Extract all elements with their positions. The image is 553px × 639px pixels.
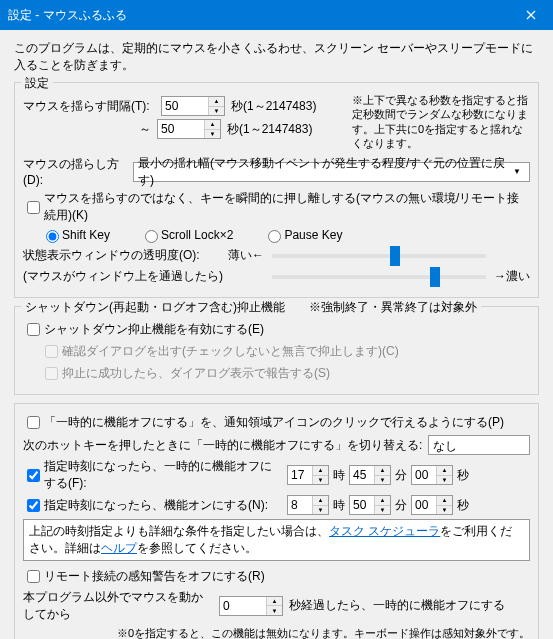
group-shutdown-legend: シャットダウン(再起動・ログオフ含む)抑止機能 ※強制終了・異常終了は対象外 [21, 299, 481, 316]
unit-sec: 秒 [457, 467, 469, 484]
chk-on-at-time[interactable] [27, 499, 40, 512]
interval-unit-2: 秒(1～2147483) [227, 121, 312, 138]
spin-down-icon[interactable]: ▼ [205, 130, 220, 139]
method-combo-text: 最小の揺れ幅(マウス移動イベントが発生する程度/すぐ元の位置に戻す) [138, 155, 509, 189]
group-shutdown: シャットダウン(再起動・ログオフ含む)抑止機能 ※強制終了・異常終了は対象外 シ… [14, 306, 539, 395]
link-task-scheduler[interactable]: タスク スケジューラ [329, 524, 440, 538]
interval-to-spin[interactable]: ▲▼ [157, 119, 221, 139]
chk-notify-icon-label: 「一時的に機能オフにする」を、通知領域アイコンのクリックで行えるようにする(P) [44, 414, 504, 431]
radio-scroll-label: Scroll Lock×2 [161, 228, 233, 242]
interval-label: マウスを揺らす間隔(T): [23, 98, 161, 115]
spin-up-icon[interactable]: ▲ [205, 120, 220, 130]
close-button[interactable] [508, 0, 553, 30]
interval-from-input[interactable] [162, 97, 208, 115]
slider-hover-thumb[interactable] [430, 267, 440, 287]
titlebar: 設定 - マウスふるふる [0, 0, 553, 30]
group-settings: 設定 マウスを揺らす間隔(T): ▲▼ 秒(1～2147483) ～ [14, 82, 539, 298]
hotkey-label: 次のホットキーを押したときに「一時的に機能オフにする」を切り替える: [23, 437, 422, 454]
interval-from-spin[interactable]: ▲▼ [161, 96, 225, 116]
slider-hover-label: (マウスがウィンドウ上を通過したら) [23, 268, 228, 285]
window-title: 設定 - マウスふるふる [8, 7, 127, 24]
chk-shutdown-enable[interactable] [27, 323, 40, 336]
scheduler-info: 上記の時刻指定よりも詳細な条件を指定したい場合は、タスク スケジューラをご利用く… [23, 519, 530, 561]
unit-min: 分 [395, 467, 407, 484]
slider-thin-label: 薄い← [228, 247, 264, 264]
slider-opacity-label: 状態表示ウィンドウの透明度(O): [23, 247, 228, 264]
idle-suffix: 秒経過したら、一時的に機能オフにする [289, 597, 505, 614]
group-settings-legend: 設定 [21, 75, 53, 92]
chk-shutdown-report-label: 抑止に成功したら、ダイアログ表示で報告する(S) [62, 365, 330, 382]
chk-off-at-time-label: 指定時刻になったら、一時的に機能オフにする(F): [44, 458, 283, 492]
radio-pause-label: Pause Key [284, 228, 342, 242]
chevron-down-icon: ▼ [509, 167, 525, 176]
spin-up-icon[interactable]: ▲ [209, 97, 224, 107]
on-min-spin[interactable]: ▲▼ [349, 495, 391, 515]
unit-hour: 時 [333, 467, 345, 484]
off-sec-spin[interactable]: ▲▼ [411, 465, 453, 485]
slider-opacity-thumb[interactable] [390, 246, 400, 266]
slider-opacity[interactable] [272, 254, 486, 258]
hotkey-field[interactable]: なし [428, 435, 530, 455]
idle-label: 本プログラム以外でマウスを動かしてから [23, 589, 213, 623]
radio-shift[interactable] [46, 230, 59, 243]
chk-on-at-time-label: 指定時刻になったら、機能オンにする(N): [44, 497, 268, 514]
chk-shutdown-enable-label: シャットダウン抑止機能を有効にする(E) [44, 321, 264, 338]
interval-note: ※上下で異なる秒数を指定すると指定秒数間でランダムな秒数になります。上下共に0を… [352, 93, 530, 150]
chk-shutdown-confirm-label: 確認ダイアログを出す(チェックしないと無言で抑止します)(C) [62, 343, 399, 360]
chk-off-at-time[interactable] [27, 469, 40, 482]
chk-shutdown-report [45, 367, 58, 380]
off-min-spin[interactable]: ▲▼ [349, 465, 391, 485]
method-combo[interactable]: 最小の揺れ幅(マウス移動イベントが発生する程度/すぐ元の位置に戻す) ▼ [133, 162, 530, 182]
spin-down-icon[interactable]: ▼ [209, 107, 224, 116]
interval-tilde: ～ [23, 121, 157, 138]
chk-keypress-label: マウスを揺らすのではなく、キーを瞬間的に押し離しする(マウスの無い環境/リモート… [44, 190, 530, 224]
interval-to-input[interactable] [158, 120, 204, 138]
radio-pause[interactable] [268, 230, 281, 243]
idle-note: ※0を指定すると、この機能は無効になります。キーボード操作は感知対象外です。 [23, 626, 530, 639]
close-icon [526, 10, 536, 20]
link-help[interactable]: ヘルプ [101, 541, 137, 555]
chk-keypress[interactable] [27, 201, 40, 214]
off-hour-spin[interactable]: ▲▼ [287, 465, 329, 485]
slider-thick-label: →濃い [494, 268, 530, 285]
settings-window: 設定 - マウスふるふる このプログラムは、定期的にマウスを小さくふるわせ、スク… [0, 0, 553, 639]
chk-notify-icon[interactable] [27, 416, 40, 429]
radio-scroll[interactable] [145, 230, 158, 243]
group-temp-off: 「一時的に機能オフにする」を、通知領域アイコンのクリックで行えるようにする(P)… [14, 403, 539, 639]
interval-unit-1: 秒(1～2147483) [231, 98, 316, 115]
method-label: マウスの揺らし方(D): [23, 156, 133, 187]
idle-seconds-spin[interactable]: ▲▼ [219, 596, 283, 616]
slider-hover[interactable] [272, 275, 486, 279]
chk-shutdown-confirm [45, 345, 58, 358]
program-description: このプログラムは、定期的にマウスを小さくふるわせ、スクリーン セーバーやスリープ… [14, 40, 539, 74]
on-sec-spin[interactable]: ▲▼ [411, 495, 453, 515]
radio-shift-label: Shift Key [62, 228, 110, 242]
on-hour-spin[interactable]: ▲▼ [287, 495, 329, 515]
chk-remote-warn-off-label: リモート接続の感知警告をオフにする(R) [44, 568, 265, 585]
chk-remote-warn-off[interactable] [27, 570, 40, 583]
